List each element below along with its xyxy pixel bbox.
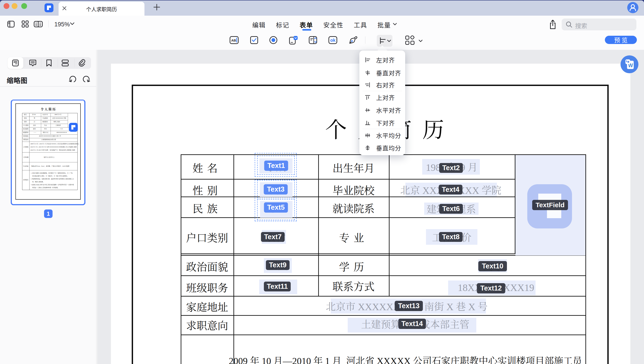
svg-text:AB: AB — [231, 38, 236, 42]
svg-text:ok: ok — [330, 38, 336, 43]
